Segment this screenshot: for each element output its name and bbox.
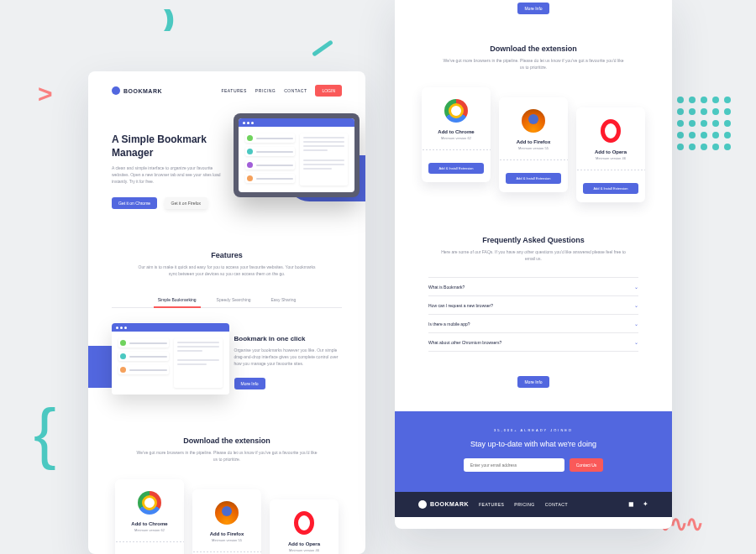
faq-section: Frequently Asked Questions Here are some… bbox=[395, 219, 672, 270]
decorative-dots bbox=[677, 97, 731, 150]
features-tabs: Simple Bookmarking Speedy Searching Easy… bbox=[112, 292, 342, 308]
features-section: Features Our aim is to make it quick and… bbox=[88, 234, 365, 285]
nav-link-contact[interactable]: CONTACT bbox=[284, 88, 307, 93]
faq-question: How can I request a new browser? bbox=[428, 303, 493, 308]
card-min: Minimum version 46 bbox=[583, 156, 638, 160]
faq-desc: Here are some of our FAQs. If you have a… bbox=[441, 248, 626, 262]
card-title: Add to Opera bbox=[276, 541, 332, 546]
card-min: Minimum version 55 bbox=[506, 146, 561, 150]
tab-speedy-searching[interactable]: Speedy Searching bbox=[207, 292, 261, 307]
footer: BOOKMARK FEATURES PRICING CONTACT ◼ ✦ bbox=[395, 492, 672, 517]
card-title: Add to Firefox bbox=[506, 139, 561, 144]
login-button[interactable]: LOGIN bbox=[315, 85, 342, 97]
firefox-icon bbox=[522, 109, 545, 133]
card-firefox: Add to Firefox Minimum version 55 Add & … bbox=[192, 489, 261, 554]
hero-subtitle: A clean and simple interface to organize… bbox=[112, 165, 226, 185]
chevron-down-icon: ⌄ bbox=[634, 339, 638, 345]
top-nav: BOOKMARK FEATURES PRICING CONTACT LOGIN bbox=[88, 71, 365, 107]
email-input[interactable] bbox=[464, 458, 564, 472]
cta-eyebrow: 35,000+ ALREADY JOINED bbox=[428, 428, 638, 432]
tab-easy-sharing[interactable]: Easy Sharing bbox=[260, 292, 306, 307]
landing-page-top: BOOKMARK FEATURES PRICING CONTACT LOGIN … bbox=[88, 71, 365, 554]
hero-title: A Simple Bookmark Manager bbox=[112, 133, 226, 159]
faq-question: What about other Chromium browsers? bbox=[428, 340, 501, 345]
more-info-button-right[interactable]: More Info bbox=[517, 3, 549, 14]
card-opera: Add to Opera Minimum version 46 Add & In… bbox=[576, 107, 645, 202]
firefox-icon bbox=[215, 501, 239, 525]
logo[interactable]: BOOKMARK bbox=[112, 86, 162, 95]
faq-heading: Frequently Asked Questions bbox=[418, 236, 648, 244]
features-desc: Our aim is to make it quick and easy for… bbox=[134, 264, 319, 277]
decorative-brace: { bbox=[34, 395, 56, 472]
faq-more-info: More Info bbox=[395, 363, 672, 396]
faq-item[interactable]: How can I request a new browser? ⌄ bbox=[428, 296, 638, 315]
footer-link-pricing[interactable]: PRICING bbox=[514, 502, 534, 507]
twitter-icon[interactable]: ✦ bbox=[643, 500, 648, 508]
download-heading-left: Download the extension bbox=[112, 436, 342, 445]
decorative-quotes: )) bbox=[164, 5, 170, 32]
download-heading-right: Download the extension bbox=[418, 44, 648, 53]
feature-more-info-continued: More Info bbox=[395, 0, 672, 28]
faq-question: What is Bookmark? bbox=[428, 285, 465, 290]
features-heading: Features bbox=[112, 251, 342, 259]
tab-simple-bookmarking[interactable]: Simple Bookmarking bbox=[148, 292, 207, 307]
chevron-down-icon: ⌄ bbox=[634, 284, 638, 290]
download-cards-right: Add to Chrome Minimum version 62 Add & I… bbox=[395, 79, 672, 219]
faq-item[interactable]: What about other Chromium browsers? ⌄ bbox=[428, 333, 638, 352]
card-title: Add to Chrome bbox=[428, 129, 484, 134]
card-opera: Add to Opera Minimum version 46 bbox=[270, 499, 339, 554]
install-chrome-button[interactable]: Add & Install Extension bbox=[428, 163, 484, 174]
footer-logo[interactable]: BOOKMARK bbox=[418, 500, 469, 509]
card-firefox: Add to Firefox Minimum version 55 Add & … bbox=[499, 97, 568, 192]
footer-link-contact[interactable]: CONTACT bbox=[545, 502, 568, 507]
opera-icon bbox=[294, 511, 314, 535]
card-min: Minimum version 46 bbox=[276, 548, 332, 552]
feature-detail-title: Bookmark in one click bbox=[234, 335, 342, 342]
chevron-down-icon: ⌄ bbox=[634, 302, 638, 308]
faq-more-info-button[interactable]: More Info bbox=[517, 376, 549, 388]
cta-heading: Stay up-to-date with what we're doing bbox=[428, 439, 638, 450]
chrome-icon bbox=[444, 99, 468, 123]
feature-more-info-button[interactable]: More Info bbox=[234, 378, 265, 389]
hero-section: A Simple Bookmark Manager A clean and si… bbox=[88, 107, 365, 234]
install-opera-button[interactable]: Add & Install Extension bbox=[583, 183, 638, 194]
facebook-icon[interactable]: ◼ bbox=[628, 500, 634, 508]
download-section-right: Download the extension We've got more br… bbox=[395, 28, 672, 79]
logo-mark-icon bbox=[112, 86, 120, 95]
install-firefox-button[interactable]: Add & Install Extension bbox=[506, 173, 561, 184]
card-chrome: Add to Chrome Minimum version 62 Add & I… bbox=[422, 87, 491, 182]
cta-form: Contact Us bbox=[428, 458, 638, 472]
card-min: Minimum version 62 bbox=[428, 136, 484, 140]
cta-section: 35,000+ ALREADY JOINED Stay up-to-date w… bbox=[395, 411, 672, 492]
chevron-down-icon: ⌄ bbox=[634, 321, 638, 327]
card-title: Add to Chrome bbox=[122, 521, 177, 526]
faq-item[interactable]: Is there a mobile app? ⌄ bbox=[428, 315, 638, 333]
nav-link-pricing[interactable]: PRICING bbox=[255, 88, 276, 93]
card-title: Add to Firefox bbox=[199, 531, 255, 536]
card-min: Minimum version 62 bbox=[122, 528, 177, 532]
get-chrome-button[interactable]: Get it on Chrome bbox=[112, 197, 157, 209]
nav-links: FEATURES PRICING CONTACT LOGIN bbox=[221, 85, 342, 97]
logo-mark-icon bbox=[418, 500, 427, 509]
faq-list: What is Bookmark? ⌄ How can I request a … bbox=[395, 270, 672, 363]
logo-text: BOOKMARK bbox=[123, 88, 162, 94]
decorative-dash bbox=[312, 39, 333, 56]
landing-page-bottom: More Info Download the extension We've g… bbox=[395, 0, 672, 529]
footer-logo-text: BOOKMARK bbox=[430, 501, 469, 507]
contact-us-button[interactable]: Contact Us bbox=[570, 458, 604, 472]
get-firefox-button[interactable]: Get it on Firefox bbox=[165, 197, 208, 209]
decorative-arrow: > bbox=[38, 80, 53, 108]
card-title: Add to Opera bbox=[583, 149, 638, 154]
download-desc-right: We've got more browsers in the pipeline.… bbox=[441, 57, 626, 71]
feature-illustration bbox=[112, 323, 223, 395]
faq-question: Is there a mobile app? bbox=[428, 321, 470, 327]
feature-detail: Bookmark in one click Organise your book… bbox=[88, 308, 365, 420]
feature-detail-desc: Organise your bookmarks however you like… bbox=[234, 347, 342, 367]
footer-link-features[interactable]: FEATURES bbox=[479, 502, 504, 507]
nav-link-features[interactable]: FEATURES bbox=[221, 88, 246, 93]
faq-item[interactable]: What is Bookmark? ⌄ bbox=[428, 277, 638, 296]
hero-illustration bbox=[234, 113, 365, 197]
chrome-icon bbox=[138, 491, 161, 515]
download-desc-left: We've got more browsers in the pipeline.… bbox=[134, 449, 319, 463]
download-section-left: Download the extension We've got more br… bbox=[88, 420, 365, 471]
